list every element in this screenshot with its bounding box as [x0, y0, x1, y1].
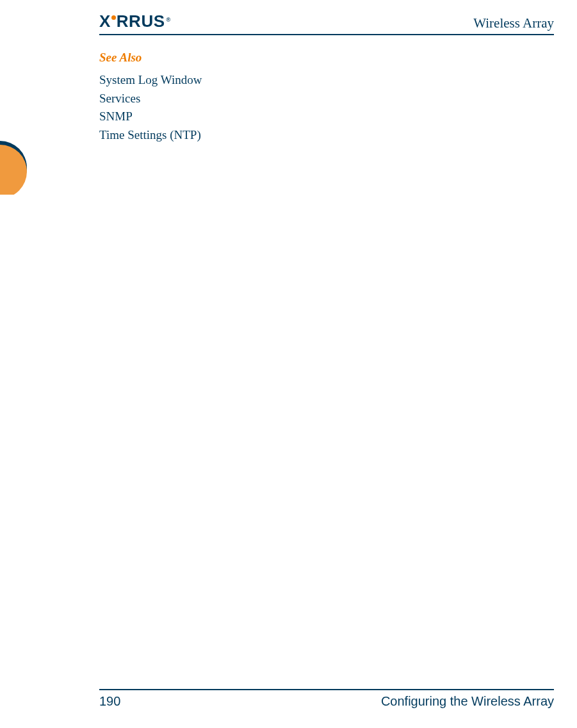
see-also-link[interactable]: System Log Window [99, 71, 554, 90]
page-content: See Also System Log Window Services SNMP… [99, 51, 554, 144]
see-also-link[interactable]: SNMP [99, 108, 554, 126]
document-page: XRRUS® Wireless Array See Also System Lo… [0, 0, 577, 728]
registered-mark-icon: ® [167, 17, 171, 23]
document-title: Wireless Array [473, 15, 554, 31]
chapter-title: Configuring the Wireless Array [381, 694, 554, 709]
tab-circle-orange [0, 145, 27, 195]
page-footer: 190 Configuring the Wireless Array [99, 689, 554, 709]
logo-text: XRRUS® [99, 12, 171, 31]
see-also-link[interactable]: Time Settings (NTP) [99, 126, 554, 145]
see-also-heading: See Also [99, 51, 554, 65]
see-also-link[interactable]: Services [99, 90, 554, 108]
brand-logo: XRRUS® [99, 12, 171, 31]
logo-dot-icon [111, 15, 116, 20]
side-tab-decoration [0, 141, 36, 195]
page-number: 190 [99, 694, 120, 709]
logo-letters-rest: RRUS [117, 12, 165, 31]
page-header: XRRUS® Wireless Array [99, 12, 554, 35]
logo-letter-x: X [99, 12, 111, 31]
